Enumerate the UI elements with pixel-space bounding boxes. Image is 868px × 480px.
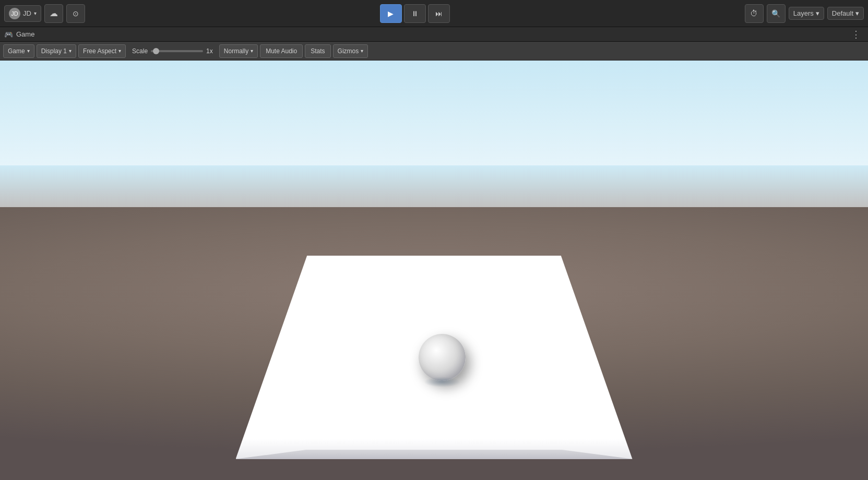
game-tabbar: 🎮 Game ⋮: [0, 27, 868, 42]
default-label: Default: [832, 9, 853, 17]
display-chevron-icon: ▾: [69, 48, 72, 54]
stats-label: Stats: [311, 47, 325, 55]
user-button[interactable]: JD JD ▾: [4, 5, 41, 22]
mute-audio-button[interactable]: Mute Audio: [260, 44, 303, 58]
history-icon: ⏱: [750, 9, 758, 18]
layers-chevron-icon: ▾: [816, 9, 819, 17]
playback-controls: ▶ ⏸ ⏭: [380, 4, 450, 23]
scale-value: 1x: [206, 47, 213, 55]
play-icon: ▶: [388, 9, 394, 18]
dots-menu-icon: ⋮: [851, 29, 861, 40]
pause-icon: ⏸: [411, 9, 419, 18]
top-toolbar: JD JD ▾ ☁ ⊙ ▶ ⏸ ⏭ ⏱ 🔍 Layers ▾: [0, 0, 868, 27]
tab-context-menu[interactable]: ⋮: [848, 29, 864, 40]
gizmos-dropdown[interactable]: Gizmos ▾: [333, 44, 368, 58]
user-label: JD: [23, 9, 31, 17]
stats-button[interactable]: Stats: [305, 44, 330, 58]
layers-label: Layers: [793, 9, 814, 17]
sphere-container: [419, 334, 466, 381]
aspect-dropdown[interactable]: Free Aspect ▾: [78, 44, 126, 58]
cloud-icon: ☁: [50, 8, 58, 18]
scale-label: Scale: [132, 47, 148, 55]
display-dropdown[interactable]: Display 1 ▾: [37, 44, 76, 58]
game-toolbar: Game ▾ Display 1 ▾ Free Aspect ▾ Scale 1…: [0, 42, 868, 61]
history-button[interactable]: ⏱: [745, 4, 764, 23]
user-avatar: JD: [9, 8, 20, 19]
aspect-chevron-icon: ▾: [118, 48, 121, 54]
scale-slider-thumb[interactable]: [153, 48, 159, 54]
vsync-dropdown[interactable]: Normally ▾: [219, 44, 258, 58]
game-mode-label: Game: [8, 47, 25, 55]
game-tab[interactable]: 🎮 Game: [4, 30, 34, 39]
search-button[interactable]: 🔍: [767, 4, 786, 23]
play-button[interactable]: ▶: [380, 4, 402, 23]
step-icon: ⏭: [435, 9, 443, 18]
game-tab-label: Game: [16, 30, 34, 38]
user-chevron-icon: ▾: [34, 10, 37, 16]
scale-slider[interactable]: [151, 50, 203, 52]
cloud-button[interactable]: ☁: [44, 4, 63, 23]
game-mode-dropdown[interactable]: Game ▾: [3, 44, 34, 58]
collab-icon: ⊙: [73, 9, 79, 18]
default-dropdown[interactable]: Default ▾: [827, 7, 864, 20]
layers-dropdown[interactable]: Layers ▾: [789, 7, 824, 20]
gizmos-chevron-icon: ▾: [361, 48, 363, 54]
search-icon: 🔍: [771, 9, 780, 18]
vsync-chevron-icon: ▾: [251, 48, 253, 54]
gizmos-label: Gizmos: [338, 47, 359, 55]
display-label: Display 1: [41, 47, 67, 55]
mute-audio-label: Mute Audio: [266, 47, 297, 55]
sphere-object: [419, 334, 466, 381]
collab-button[interactable]: ⊙: [66, 4, 85, 23]
pause-button[interactable]: ⏸: [404, 4, 426, 23]
sphere-shadow: [424, 377, 460, 387]
game-mode-chevron-icon: ▾: [27, 48, 30, 54]
default-chevron-icon: ▾: [855, 9, 859, 17]
aspect-label: Free Aspect: [83, 47, 116, 55]
vsync-label: Normally: [224, 47, 248, 55]
right-toolbar: ⏱ 🔍 Layers ▾ Default ▾: [745, 4, 864, 23]
scale-control: Scale 1x: [128, 47, 217, 55]
game-tab-icon: 🎮: [4, 30, 13, 39]
step-button[interactable]: ⏭: [428, 4, 450, 23]
game-viewport: [0, 61, 868, 480]
